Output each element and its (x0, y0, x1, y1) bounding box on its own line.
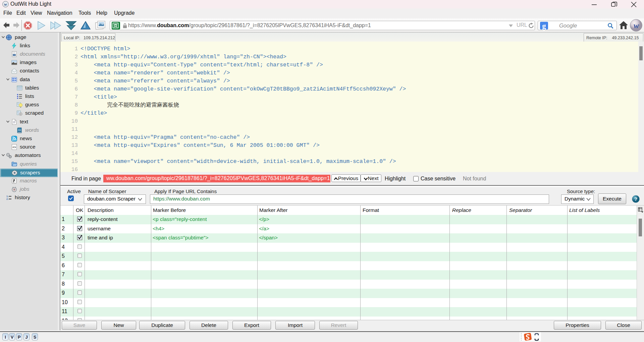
svg-text:w: w (4, 2, 7, 7)
svg-text:2.: 2. (6, 197, 8, 201)
svg-text:Aa: Aa (18, 129, 21, 131)
svg-text:<>: <> (12, 146, 16, 149)
svg-text:?: ? (634, 196, 637, 202)
svg-text:w: w (634, 21, 639, 30)
